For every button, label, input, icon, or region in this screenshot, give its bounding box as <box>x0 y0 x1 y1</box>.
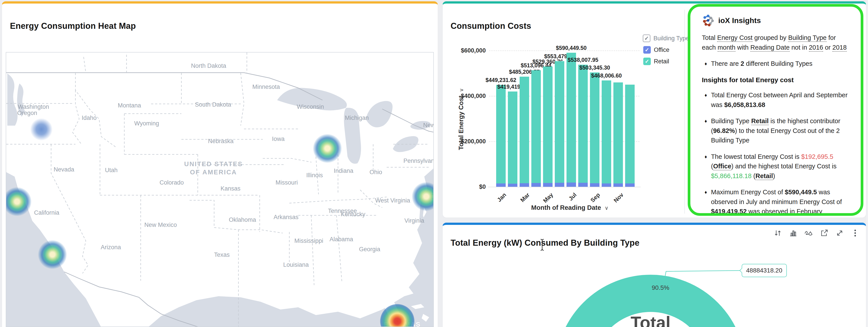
y-axis-title[interactable]: Total Energy Cost ∨ <box>458 68 465 170</box>
text-segment: grouped by <box>752 34 788 41</box>
annotate-icon[interactable] <box>804 228 813 238</box>
text-segment: Office <box>713 163 731 170</box>
text-segment: Energy Cost <box>717 34 752 42</box>
bar-segment-office[interactable] <box>613 184 623 187</box>
state-label: Texas <box>214 251 230 258</box>
checkbox-checked-icon[interactable]: ✓ <box>643 58 651 65</box>
diamond-bullet-icon: ♦ <box>702 187 707 216</box>
bar-segment-retail[interactable] <box>496 85 506 184</box>
bar-nov[interactable] <box>613 82 623 187</box>
panel-divider <box>684 10 685 214</box>
state-label: Iowa <box>272 136 284 142</box>
insight-bullet-text: The lowest total Energy Cost is $192,695… <box>711 152 850 181</box>
bar-segment-retail[interactable] <box>590 73 599 183</box>
text-segment: Retail <box>755 172 773 180</box>
sort-icon[interactable] <box>773 228 782 238</box>
checkbox-checked-icon[interactable]: ✓ <box>643 46 651 54</box>
insight-bullet: ♦Total Energy Cost between April and Sep… <box>702 90 850 110</box>
more-vertical-icon[interactable] <box>850 228 860 238</box>
bar-may[interactable] <box>543 66 553 187</box>
mouse-cursor <box>540 239 545 252</box>
text-segment: Reading Date <box>750 44 789 52</box>
expand-icon[interactable] <box>835 228 844 238</box>
bar-value-label: $449,231.62 <box>477 77 525 83</box>
state-label: Wyoming <box>134 120 159 127</box>
bar-chart-icon[interactable] <box>788 228 798 238</box>
heatmap-card: Energy Consumption Heat Map <box>2 1 438 327</box>
heat-point <box>29 117 54 142</box>
open-in-new-icon[interactable] <box>819 228 829 238</box>
bar-segment-retail[interactable] <box>531 70 541 183</box>
state-label: New <box>423 122 434 129</box>
bar-segment-retail[interactable] <box>602 80 611 183</box>
bar-segment-retail[interactable] <box>613 82 623 184</box>
bar-segment-office[interactable] <box>566 183 576 187</box>
state-label: Wisconsin <box>297 104 324 110</box>
bar-segment-retail[interactable] <box>578 65 588 183</box>
bar-segment-office[interactable] <box>625 184 634 187</box>
bar-segment-retail[interactable] <box>520 77 529 184</box>
state-label: Virginia <box>404 217 424 224</box>
state-label: Arkansas <box>274 214 299 221</box>
text-segment: ) and the highest total Energy Cost is <box>731 163 837 170</box>
chevron-down-icon[interactable]: ∨ <box>604 205 609 211</box>
text-segment: 2018 <box>832 44 847 52</box>
dashboard-page: Energy Consumption Heat Map <box>0 0 868 327</box>
bar-segment-office[interactable] <box>578 183 588 187</box>
bar-segment-retail[interactable] <box>543 66 553 183</box>
text-segment: $5,866,118.18 <box>711 172 751 180</box>
bar-oct[interactable] <box>602 80 611 187</box>
bar-segment-retail[interactable] <box>508 91 517 184</box>
bar-jan[interactable] <box>496 85 506 187</box>
state-label: Illinois <box>306 172 323 179</box>
bar-value-label: $419,419.52 <box>488 84 537 90</box>
y-axis-tick-label: $0 <box>451 184 486 190</box>
text-segment: 96.82% <box>713 127 735 134</box>
bar-value-label: $468,006.60 <box>582 73 631 79</box>
bar-jun[interactable] <box>555 61 564 187</box>
state-label: Tennessee <box>328 208 357 214</box>
bar-segment-office[interactable] <box>602 184 611 187</box>
bar-aug[interactable] <box>578 65 588 187</box>
state-label: West Virginia <box>375 197 410 204</box>
bar-value-label: $485,206.57 <box>500 69 549 75</box>
heat-point <box>38 240 67 269</box>
legend-item-office[interactable]: ✓Office <box>643 46 689 54</box>
bar-segment-office[interactable] <box>520 183 529 187</box>
bar-feb[interactable] <box>508 91 517 187</box>
heatmap-card-title: Energy Consumption Heat Map <box>10 21 136 31</box>
chevron-down-icon[interactable]: ∨ <box>458 88 464 92</box>
bar-segment-office[interactable] <box>590 183 599 187</box>
bar-segment-office[interactable] <box>496 184 506 187</box>
insight-bullet: ♦Building Type Retail is the highest con… <box>702 116 850 145</box>
bar-mar[interactable] <box>520 77 529 187</box>
bar-segment-retail[interactable] <box>555 61 564 183</box>
bar-sep[interactable] <box>590 73 599 187</box>
card-toolbar <box>773 228 860 238</box>
bar-apr[interactable] <box>531 70 541 187</box>
text-segment: not in <box>790 44 809 51</box>
iox-logo-icon <box>702 14 714 27</box>
text-segment: $192,695.5 <box>801 153 833 160</box>
insight-bullet: ♦Maximum Energy Cost of $590,449.5 was o… <box>702 187 850 216</box>
bar-segment-office[interactable] <box>531 183 541 187</box>
energy-card-title: Total Energy (kW) Consumed By Building T… <box>451 238 640 248</box>
us-heat-map[interactable]: WashingtonOregonMontanaNorth DakotaMinne… <box>6 52 434 327</box>
bar-segment-office[interactable] <box>508 184 517 187</box>
text-segment: $6,058,813.68 <box>724 101 765 108</box>
legend-group-row[interactable]: ✓ Building Type <box>643 34 689 42</box>
bar-segment-office[interactable] <box>555 183 564 187</box>
x-axis-title[interactable]: Month of Reading Date ∨ <box>522 204 617 211</box>
bar-segment-office[interactable] <box>543 183 553 187</box>
legend-item-retail[interactable]: ✓Retail <box>643 58 689 65</box>
bar-dec[interactable] <box>625 85 634 187</box>
state-label: Oklahoma <box>229 216 256 223</box>
bar-jul[interactable] <box>566 53 576 187</box>
text-segment: or <box>823 44 832 51</box>
bar-segment-retail[interactable] <box>625 85 634 184</box>
page-scrollbar[interactable] <box>866 0 868 327</box>
legend-item-label: Office <box>654 47 669 53</box>
bar-segment-retail[interactable] <box>566 53 576 183</box>
state-label: Colorado <box>159 179 184 186</box>
checkbox-checked-icon[interactable]: ✓ <box>643 34 650 42</box>
